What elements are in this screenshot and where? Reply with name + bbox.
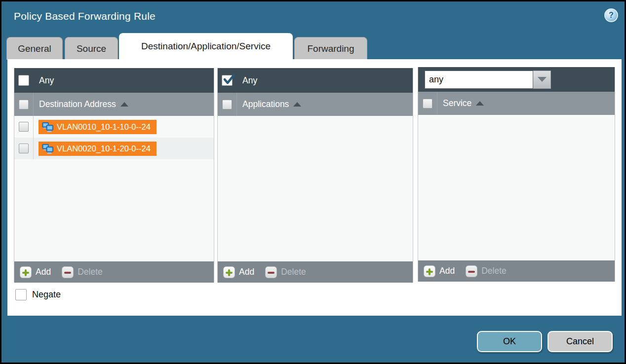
address-object-tag[interactable]: VLAN0010_10-1-10-0--24 [39, 120, 156, 134]
checkmark-icon [223, 73, 235, 86]
policy-based-forwarding-dialog: Policy Based Forwarding Rule ? General S… [0, 0, 626, 364]
help-glyph: ? [609, 11, 614, 20]
destination-any-checkbox[interactable] [18, 75, 29, 86]
add-icon[interactable] [223, 266, 235, 278]
add-icon[interactable] [424, 265, 435, 277]
sort-ascending-icon [120, 102, 128, 107]
applications-add-button[interactable]: Add [239, 267, 254, 277]
service-column-title: Service [443, 98, 471, 109]
delete-icon[interactable] [265, 266, 277, 278]
destination-any-bar: Any [14, 68, 214, 93]
tab-forwarding[interactable]: Forwarding [294, 37, 367, 60]
destination-any-label: Any [39, 75, 54, 86]
row-checkbox[interactable] [19, 122, 29, 132]
service-delete-button[interactable]: Delete [481, 266, 507, 276]
row-checkbox[interactable] [19, 144, 29, 153]
service-dropdown[interactable]: any [425, 71, 551, 89]
applications-select-all-checkbox[interactable] [222, 100, 232, 109]
delete-icon[interactable] [466, 265, 477, 277]
ok-button[interactable]: OK [477, 331, 542, 352]
service-dropdown-bar: any [418, 67, 615, 92]
address-object-label: VLAN0010_10-1-10-0--24 [57, 122, 151, 132]
applications-delete-button[interactable]: Delete [281, 267, 306, 277]
applications-any-checkbox[interactable] [222, 75, 233, 86]
service-dropdown-value[interactable]: any [425, 71, 533, 89]
destination-delete-button[interactable]: Delete [78, 267, 103, 277]
help-icon[interactable]: ? [604, 8, 618, 22]
address-object-tag[interactable]: VLAN0020_10-1-20-0--24 [39, 142, 156, 156]
address-object-icon [42, 143, 53, 154]
tab-source[interactable]: Source [65, 37, 118, 60]
sort-ascending-icon [476, 101, 484, 106]
negate-label: Negate [32, 290, 61, 300]
service-dropdown-button[interactable] [533, 71, 551, 89]
cancel-button[interactable]: Cancel [548, 331, 613, 352]
applications-panel-footer: Add Delete [218, 261, 413, 283]
applications-column-header: Applications [218, 93, 413, 116]
table-row[interactable]: VLAN0020_10-1-20-0--24 [14, 138, 214, 159]
service-column-header-label[interactable]: Service [437, 92, 615, 115]
tab-destination-application-service[interactable]: Destination/Application/Service [119, 33, 293, 60]
destination-select-all-checkbox[interactable] [19, 100, 29, 109]
address-object-label: VLAN0020_10-1-20-0--24 [57, 144, 151, 153]
dialog-title: Policy Based Forwarding Rule [14, 10, 156, 22]
table-row[interactable]: VLAN0010_10-1-10-0--24 [14, 116, 214, 138]
destination-column-title: Destination Address [39, 99, 116, 109]
destination-add-button[interactable]: Add [36, 267, 51, 277]
negate-row: Negate [15, 289, 61, 300]
applications-column-header-label[interactable]: Applications [236, 93, 413, 116]
chevron-down-icon [538, 77, 547, 82]
delete-icon[interactable] [62, 266, 74, 278]
sort-ascending-icon [293, 102, 301, 107]
negate-checkbox[interactable] [15, 289, 27, 300]
applications-any-label: Any [242, 75, 257, 86]
address-object-icon [42, 121, 53, 133]
service-panel: any Service Add Delete [418, 67, 615, 282]
tab-general[interactable]: General [6, 37, 63, 60]
service-add-button[interactable]: Add [439, 266, 455, 276]
service-list [418, 115, 615, 260]
service-panel-footer: Add Delete [418, 260, 615, 282]
destination-panel-footer: Add Delete [14, 261, 214, 283]
add-icon[interactable] [20, 266, 32, 278]
destination-address-list: VLAN0010_10-1-10-0--24 [14, 116, 214, 261]
destination-address-panel: Any Destination Address [14, 68, 214, 283]
applications-any-bar: Any [218, 68, 413, 93]
applications-list [218, 116, 413, 261]
applications-panel: Any Applications Add Delete [217, 68, 413, 283]
service-column-header: Service [418, 92, 615, 115]
destination-column-header-label[interactable]: Destination Address [33, 93, 214, 116]
destination-column-header: Destination Address [14, 93, 214, 116]
tab-content-area: Any Destination Address [7, 59, 622, 316]
service-select-all-checkbox[interactable] [423, 99, 432, 109]
applications-column-title: Applications [242, 99, 289, 109]
